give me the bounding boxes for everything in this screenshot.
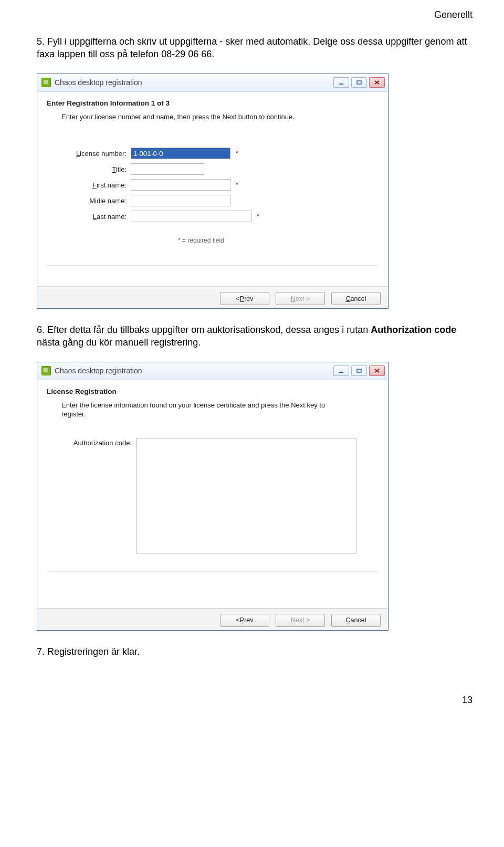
next-button[interactable]: Next > xyxy=(276,292,325,305)
required-star: * xyxy=(257,213,259,220)
cancel-button[interactable]: Cancel xyxy=(331,614,381,627)
window-title: Chaos desktop registration xyxy=(55,78,333,87)
window-title: Chaos desktop registration xyxy=(55,367,333,375)
last-name-input[interactable] xyxy=(131,211,251,222)
app-icon xyxy=(41,366,51,375)
required-star: * xyxy=(236,181,238,189)
close-icon xyxy=(374,368,380,373)
close-button[interactable] xyxy=(369,77,385,88)
dialog-button-row: < Prev Next > Cancel xyxy=(37,286,388,308)
titlebar: Chaos desktop registration xyxy=(37,362,388,380)
svg-rect-1 xyxy=(357,81,361,84)
svg-rect-5 xyxy=(357,369,361,372)
dialog-button-row: < Prev Next > Cancel xyxy=(37,608,388,630)
license-number-label: License number: xyxy=(52,150,131,158)
prev-button[interactable]: < Prev xyxy=(220,614,269,627)
app-icon xyxy=(41,78,51,87)
registration-dialog-2: Chaos desktop registration License Regis… xyxy=(37,362,388,631)
paragraph-6: 6. Efter detta får du tillbaks uppgifter… xyxy=(37,323,472,349)
maximize-icon xyxy=(356,80,362,85)
next-button[interactable]: Next > xyxy=(276,614,325,627)
middle-name-label: Midle name: xyxy=(52,197,131,205)
prev-button[interactable]: < Prev xyxy=(220,292,269,305)
maximize-icon xyxy=(356,368,362,373)
required-note: * = required field xyxy=(178,237,379,244)
license-number-input[interactable] xyxy=(131,148,230,159)
title-input[interactable] xyxy=(131,163,204,175)
last-name-label: Last name: xyxy=(52,213,131,221)
registration-dialog-1: Chaos desktop registration Enter Registr… xyxy=(37,74,388,309)
minimize-button[interactable] xyxy=(333,77,349,88)
cancel-button[interactable]: Cancel xyxy=(331,292,381,305)
dialog-intro: Enter the license information found on y… xyxy=(61,401,340,419)
authorization-code-input[interactable] xyxy=(136,438,356,553)
authorization-code-label: Authorization code: xyxy=(52,438,136,447)
close-icon xyxy=(374,80,380,85)
window-buttons xyxy=(333,365,385,376)
first-name-label: First name: xyxy=(52,181,131,189)
title-label: Title: xyxy=(52,165,131,173)
minimize-icon xyxy=(338,80,344,85)
dialog-intro: Enter your license number and name, then… xyxy=(61,112,340,122)
middle-name-input[interactable] xyxy=(131,195,230,206)
dialog-heading: License Registration xyxy=(47,388,379,395)
first-name-input[interactable] xyxy=(131,179,230,191)
paragraph-7: 7. Registreringen är klar. xyxy=(37,645,472,658)
page-number: 13 xyxy=(37,695,472,706)
maximize-button[interactable] xyxy=(351,77,367,88)
header-right: Generellt xyxy=(37,0,472,20)
dialog-heading: Enter Registration Information 1 of 3 xyxy=(47,99,379,107)
paragraph-5: 5. Fyll i uppgifterna och skriv ut uppgi… xyxy=(37,35,472,61)
window-buttons xyxy=(333,77,385,88)
maximize-button[interactable] xyxy=(351,365,367,376)
minimize-button[interactable] xyxy=(333,365,349,376)
required-star: * xyxy=(236,150,238,157)
minimize-icon xyxy=(338,368,344,373)
titlebar: Chaos desktop registration xyxy=(37,74,388,92)
form-area: License number: * Title: First name: * M… xyxy=(52,148,379,244)
close-button[interactable] xyxy=(369,365,385,376)
